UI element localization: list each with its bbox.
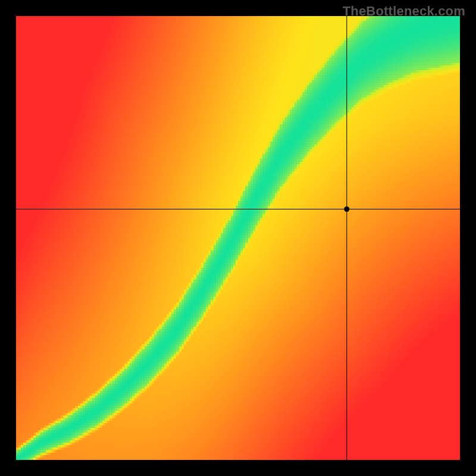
crosshair-marker <box>344 206 349 212</box>
crosshair-overlay <box>16 16 460 460</box>
chart-frame: TheBottleneck.com <box>0 0 476 476</box>
plot-area <box>16 16 460 460</box>
